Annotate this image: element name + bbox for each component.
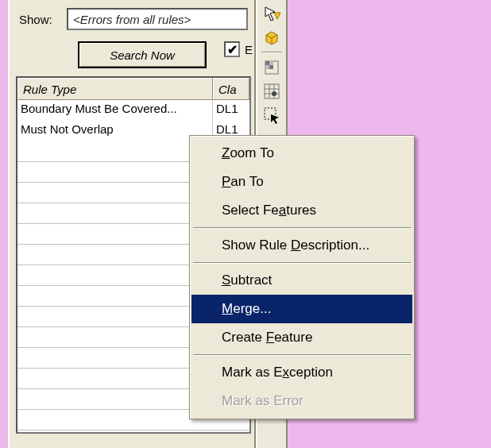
- errors-only-label: E: [245, 43, 253, 56]
- svg-marker-1: [274, 13, 280, 19]
- menu-subtract[interactable]: Subtract: [191, 266, 412, 295]
- svg-point-16: [272, 91, 276, 96]
- svg-rect-8: [269, 61, 273, 65]
- show-filter-combo[interactable]: <Errors from all rules>: [67, 8, 248, 30]
- menu-zoom-to[interactable]: Zoom To: [191, 139, 412, 168]
- search-now-button[interactable]: Search Now: [78, 41, 207, 68]
- grid-snap-icon[interactable]: [260, 80, 284, 102]
- cell-rule: Boundary Must Be Covered...: [17, 100, 213, 121]
- context-menu: Zoom To Pan To Select Features Show Rule…: [189, 135, 415, 419]
- menu-create-feature[interactable]: Create Feature: [191, 323, 412, 352]
- table-row[interactable]: Boundary Must Be Covered... DL1: [17, 100, 249, 121]
- menu-separator: [193, 227, 411, 229]
- menu-separator: [193, 262, 411, 264]
- menu-mark-as-error: Mark as Error: [191, 387, 412, 415]
- svg-rect-10: [269, 65, 273, 69]
- menu-show-rule-description[interactable]: Show Rule Description...: [191, 231, 412, 260]
- col-rule-type[interactable]: Rule Type: [17, 78, 213, 100]
- menu-merge[interactable]: Merge...: [191, 295, 412, 323]
- svg-marker-0: [265, 7, 275, 21]
- col-class[interactable]: Cla: [213, 78, 249, 100]
- grid-select-icon[interactable]: [260, 56, 284, 79]
- menu-select-features[interactable]: Select Features: [191, 196, 412, 225]
- menu-separator: [193, 354, 411, 356]
- select-frame-icon[interactable]: [260, 104, 284, 126]
- svg-rect-9: [265, 65, 269, 69]
- toolbar-separator: [261, 52, 282, 53]
- grid-header: Rule Type Cla: [17, 78, 249, 100]
- menu-pan-to[interactable]: Pan To: [191, 168, 412, 196]
- menu-mark-as-exception[interactable]: Mark as Exception: [191, 358, 412, 387]
- show-label: Show:: [19, 13, 67, 26]
- cell-rule: Must Not Overlap: [17, 121, 213, 141]
- cell-class: DL1: [213, 100, 249, 121]
- box-icon[interactable]: [260, 26, 284, 48]
- svg-rect-7: [265, 61, 269, 65]
- arrow-down-icon[interactable]: [260, 2, 284, 25]
- svg-marker-18: [271, 114, 279, 124]
- errors-only-checkbox[interactable]: ✔: [224, 41, 240, 57]
- svg-rect-11: [265, 84, 279, 98]
